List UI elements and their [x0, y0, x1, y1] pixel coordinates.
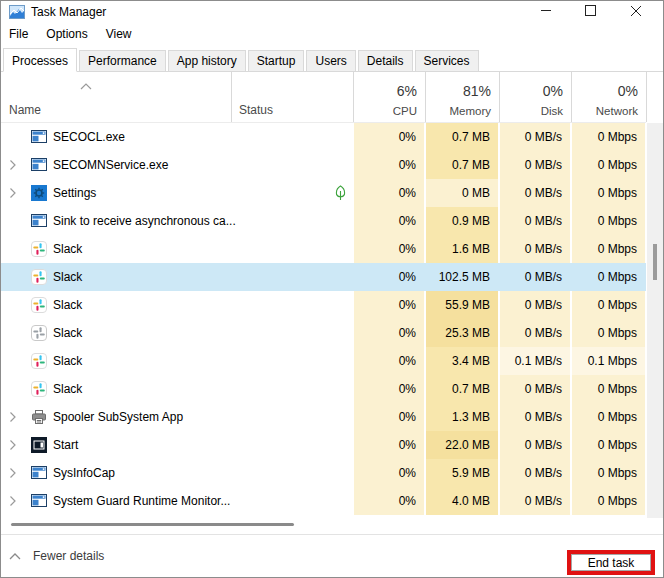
tab-users[interactable]: Users [306, 50, 355, 72]
menu-bar: FileOptionsView [1, 23, 663, 45]
process-name: Settings [53, 179, 96, 207]
process-row[interactable]: Start0%22.0 MB0 MB/s0 Mbps [1, 431, 646, 459]
network-value-cell: 0 Mbps [572, 487, 645, 515]
disk-value-cell: 0 MB/s [500, 403, 570, 431]
process-name: Sink to receive asynchronous ca... [53, 207, 236, 235]
expand-chevron-icon[interactable] [9, 159, 17, 171]
disk-total-percent: 0% [543, 83, 563, 99]
disk-value-cell: 0 MB/s [500, 319, 570, 347]
tab-app-history[interactable]: App history [168, 50, 246, 72]
start-icon [31, 437, 47, 453]
cpu-value-cell: 0% [354, 151, 424, 179]
minimize-button[interactable] [531, 1, 561, 23]
column-header-memory[interactable]: 81% Memory [425, 72, 499, 122]
minimize-icon [541, 5, 552, 19]
slack-icon [31, 269, 47, 285]
memory-value-cell: 0.9 MB [426, 207, 498, 235]
column-header-disk[interactable]: 0% Disk [499, 72, 571, 122]
cpu-value-cell: 0% [354, 347, 424, 375]
cpu-value-cell: 0% [354, 291, 424, 319]
exe-icon [31, 157, 47, 173]
tab-startup[interactable]: Startup [248, 50, 305, 72]
expand-chevron-icon[interactable] [9, 411, 17, 423]
process-name: System Guard Runtime Monitor... [53, 487, 230, 515]
process-row[interactable]: SECOCL.exe0%0.7 MB0 MB/s0 Mbps [1, 123, 646, 151]
fewer-details-toggle[interactable]: Fewer details [9, 535, 104, 577]
tab-services[interactable]: Services [415, 50, 479, 72]
network-value-cell: 0 Mbps [572, 431, 645, 459]
menu-item-file[interactable]: File [1, 23, 37, 45]
process-row[interactable]: SECOMNService.exe0%0.7 MB0 MB/s0 Mbps [1, 151, 646, 179]
column-header-cpu[interactable]: 6% CPU [353, 72, 425, 122]
expand-chevron-icon[interactable] [9, 467, 17, 479]
process-row[interactable]: System Guard Runtime Monitor...0%4.0 MB0… [1, 487, 646, 515]
process-name: Slack [53, 375, 82, 403]
column-divider [231, 72, 232, 122]
process-name: SECOMNService.exe [53, 151, 168, 179]
network-value-cell: 0 Mbps [572, 123, 645, 151]
process-name: Spooler SubSystem App [53, 403, 183, 431]
memory-value-cell: 0.7 MB [426, 375, 498, 403]
cpu-value-cell: 0% [354, 459, 424, 487]
cpu-total-percent: 6% [397, 83, 417, 99]
exe-icon [31, 129, 47, 145]
network-value-cell: 0 Mbps [572, 151, 645, 179]
tab-processes[interactable]: Processes [3, 48, 77, 72]
network-total-percent: 0% [618, 83, 638, 99]
slack-icon [31, 241, 47, 257]
tab-performance[interactable]: Performance [79, 50, 166, 72]
process-row[interactable]: Sink to receive asynchronous ca...0%0.9 … [1, 207, 646, 235]
column-header-status[interactable]: Status [231, 72, 353, 122]
cpu-value-cell: 0% [354, 403, 424, 431]
horizontal-scrollbar[interactable] [1, 518, 646, 534]
horizontal-scrollbar-thumb[interactable] [11, 523, 294, 526]
menu-item-view[interactable]: View [97, 23, 141, 45]
memory-value-cell: 55.9 MB [426, 291, 498, 319]
vertical-scrollbar-thumb[interactable] [653, 244, 657, 280]
disk-value-cell: 0 MB/s [500, 375, 570, 403]
close-button[interactable] [621, 1, 651, 23]
process-list: SECOCL.exe0%0.7 MB0 MB/s0 MbpsSECOMNServ… [1, 123, 646, 518]
disk-value-cell: 0 MB/s [500, 207, 570, 235]
process-row[interactable]: Slack0%25.3 MB0 MB/s0 Mbps [1, 319, 646, 347]
expand-chevron-icon[interactable] [9, 439, 17, 451]
process-row[interactable]: Slack0%102.5 MB0 MB/s0 Mbps [1, 263, 646, 291]
cpu-value-cell: 0% [354, 487, 424, 515]
settings-icon [31, 185, 47, 201]
column-label: Name [9, 103, 41, 117]
cpu-value-cell: 0% [354, 123, 424, 151]
cpu-value-cell: 0% [354, 207, 424, 235]
column-label: CPU [393, 105, 417, 117]
menu-item-options[interactable]: Options [37, 23, 96, 45]
process-row[interactable]: Spooler SubSystem App0%1.3 MB0 MB/s0 Mbp… [1, 403, 646, 431]
process-name: SysInfoCap [53, 459, 115, 487]
network-value-cell: 0 Mbps [572, 459, 645, 487]
column-header: Name Status 6% CPU 81% Memory 0% Disk 0%… [1, 72, 646, 123]
cpu-value-cell: 0% [354, 179, 424, 207]
column-header-network[interactable]: 0% Network [571, 72, 646, 122]
expand-chevron-icon[interactable] [9, 495, 17, 507]
expand-chevron-icon[interactable] [9, 187, 17, 199]
network-value-cell: 0 Mbps [572, 263, 645, 291]
process-row[interactable]: Slack0%55.9 MB0 MB/s0 Mbps [1, 291, 646, 319]
printer-icon [31, 409, 47, 425]
vertical-scrollbar[interactable] [647, 123, 663, 518]
process-name: Slack [53, 263, 82, 291]
disk-value-cell: 0 MB/s [500, 291, 570, 319]
disk-value-cell: 0 MB/s [500, 459, 570, 487]
column-header-name[interactable]: Name [1, 72, 231, 122]
annotation-box: End task [567, 550, 655, 575]
column-label: Disk [541, 105, 563, 117]
maximize-button[interactable] [575, 1, 605, 23]
process-row[interactable]: Slack0%3.4 MB0.1 MB/s0.1 Mbps [1, 347, 646, 375]
cpu-value-cell: 0% [354, 235, 424, 263]
tab-details[interactable]: Details [358, 50, 413, 72]
slack-icon [31, 297, 47, 313]
process-row[interactable]: Settings0%0 MB0 MB/s0 Mbps [1, 179, 646, 207]
network-value-cell: 0 Mbps [572, 319, 645, 347]
process-row[interactable]: SysInfoCap0%5.9 MB0 MB/s0 Mbps [1, 459, 646, 487]
end-task-button[interactable]: End task [571, 554, 651, 571]
memory-value-cell: 0.7 MB [426, 151, 498, 179]
process-row[interactable]: Slack0%0.7 MB0 MB/s0 Mbps [1, 375, 646, 403]
process-row[interactable]: Slack0%1.6 MB0 MB/s0 Mbps [1, 235, 646, 263]
